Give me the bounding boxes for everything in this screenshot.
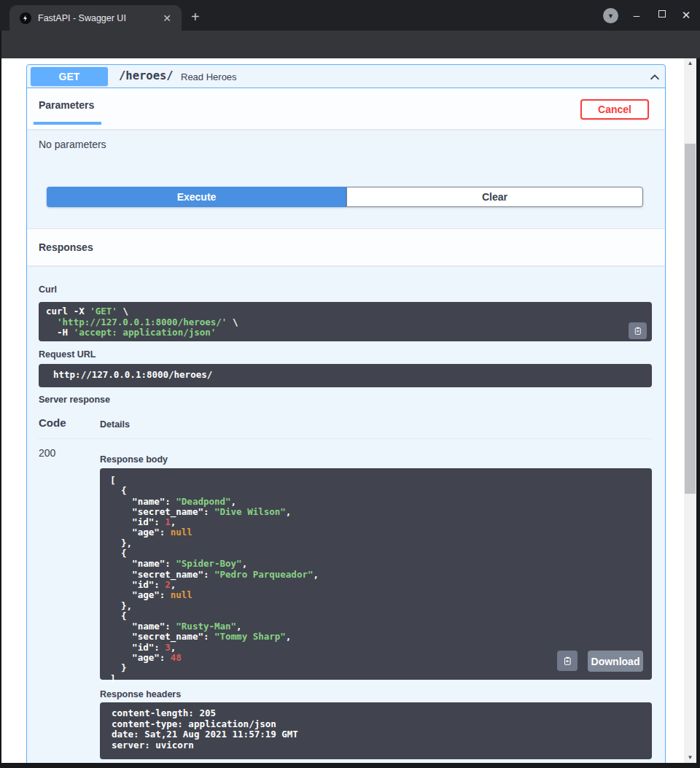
response-body-label: Response body <box>100 454 168 465</box>
parameters-header: Parameters Cancel <box>27 88 665 129</box>
page-scrollbar[interactable]: ▲ ▼ <box>684 58 696 763</box>
scroll-down-icon[interactable]: ▼ <box>684 753 696 763</box>
request-url-code: http://127.0.0.1:8000/heroes/ <box>53 370 637 381</box>
collapse-chevron-icon[interactable] <box>648 71 661 84</box>
curl-label: Curl <box>39 284 57 295</box>
active-tab-underline <box>34 122 101 125</box>
minimize-button[interactable]: – <box>629 9 644 22</box>
maximize-button[interactable] <box>655 7 669 20</box>
endpoint-path: /heroes/ <box>119 69 174 82</box>
method-badge: GET <box>31 67 108 86</box>
status-code: 200 <box>39 447 55 459</box>
responses-title: Responses <box>39 241 93 253</box>
server-response-label: Server response <box>39 395 110 405</box>
response-body-block: [ { "name": "Deadpond", "secret_name": "… <box>100 468 652 680</box>
curl-block: curl -X 'GET' \ 'http://127.0.0.1:8000/h… <box>39 302 652 341</box>
request-url-label: Request URL <box>39 349 96 360</box>
profile-chip-icon[interactable]: ▼ <box>603 8 618 23</box>
request-url-block: http://127.0.0.1:8000/heroes/ <box>39 364 652 387</box>
copy-curl-button[interactable] <box>629 322 647 339</box>
cancel-button[interactable]: Cancel <box>580 99 649 120</box>
window-edge-bottom <box>0 763 700 768</box>
window-edge-right <box>696 58 700 768</box>
opblock-summary[interactable]: GET /heroes/ Read Heroes <box>27 65 665 88</box>
response-headers-label: Response headers <box>100 689 181 699</box>
no-parameters-text: No parameters <box>39 139 106 150</box>
response-headers-block: content-length: 205 content-type: applic… <box>100 702 652 759</box>
browser-toolbar: ← → ⟳ 127.0.0.1:8000/docs#/default/read_… <box>0 31 700 58</box>
fastapi-favicon-icon <box>20 12 31 24</box>
tab-parameters: Parameters <box>39 99 94 111</box>
scrollbar-thumb[interactable] <box>685 144 696 494</box>
tab-strip: FastAPI - Swagger UI ✕ + ▼ – ✕ <box>0 0 700 31</box>
browser-window: FastAPI - Swagger UI ✕ + ▼ – ✕ ← → ⟳ 127… <box>0 0 700 768</box>
opblock-get-heroes: GET /heroes/ Read Heroes Parameters Canc… <box>26 64 666 763</box>
execute-button[interactable]: Execute <box>47 187 346 207</box>
scroll-up-icon[interactable]: ▲ <box>684 58 696 69</box>
code-column-header: Code <box>39 416 66 429</box>
close-button[interactable]: ✕ <box>679 9 693 22</box>
endpoint-summary: Read Heroes <box>181 71 237 82</box>
clear-button[interactable]: Clear <box>346 187 643 207</box>
download-button[interactable]: Download <box>588 651 643 672</box>
new-tab-button[interactable]: + <box>191 9 200 24</box>
response-headers-code: content-length: 205 content-type: applic… <box>112 708 640 750</box>
responses-header: Responses <box>27 228 665 265</box>
curl-code: curl -X 'GET' \ 'http://127.0.0.1:8000/h… <box>46 306 645 338</box>
window-edge-left <box>0 31 1 768</box>
browser-tab[interactable]: FastAPI - Swagger UI ✕ <box>9 5 182 31</box>
tab-title: FastAPI - Swagger UI <box>38 13 160 23</box>
swagger-page: GET /heroes/ Read Heroes Parameters Canc… <box>1 58 684 763</box>
details-column-header: Details <box>100 419 130 430</box>
table-divider <box>39 438 652 439</box>
tab-close-icon[interactable]: ✕ <box>160 12 174 25</box>
copy-response-button[interactable] <box>557 651 578 671</box>
